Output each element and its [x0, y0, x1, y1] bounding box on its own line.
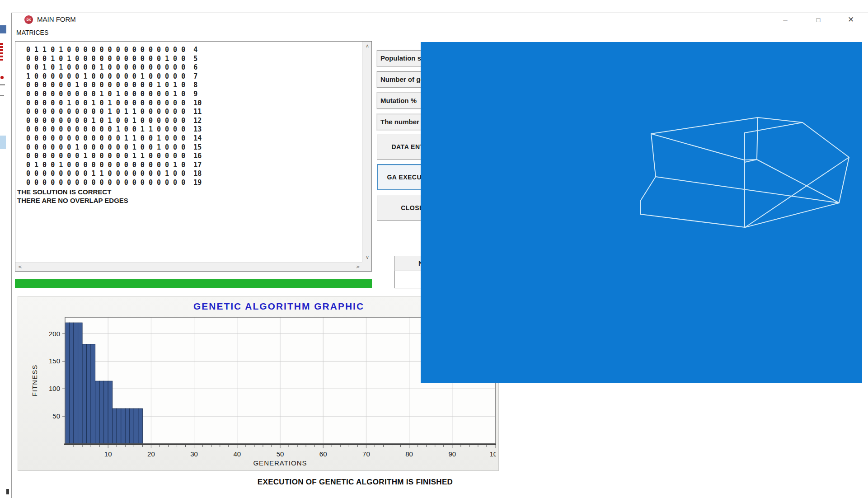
- matrix-row: 0 0 0 0 0 0 0 0 0 1 0 1 0 0 0 0 0 0 1 0 …: [15, 90, 362, 99]
- memo-message: THE SOLUTION IS CORRECT: [15, 188, 362, 197]
- svg-text:FITNESS: FITNESS: [31, 365, 38, 396]
- scroll-up-icon[interactable]: ∧: [363, 42, 372, 51]
- svg-text:50: 50: [277, 450, 284, 458]
- scroll-left-icon[interactable]: <: [15, 263, 24, 272]
- svg-text:100: 100: [49, 385, 60, 392]
- menu-item-matrices[interactable]: MATRICES: [14, 28, 50, 37]
- matrix-row: 0 0 0 0 0 1 0 0 1 0 1 0 0 0 0 0 0 0 0 0 …: [15, 99, 362, 108]
- matrix-row: 1 0 0 0 0 0 0 1 0 0 0 0 0 0 1 0 0 0 0 0 …: [15, 72, 362, 81]
- svg-text:50: 50: [52, 412, 60, 420]
- scroll-down-icon[interactable]: ∨: [363, 253, 372, 262]
- main-form-window: DX MAIN FORM – □ ✕ MATRICES 0 1 1 0 1 0 …: [11, 13, 868, 498]
- memo-content: 0 1 1 0 1 0 0 0 0 0 0 0 0 0 0 0 0 0 0 0 …: [15, 42, 362, 262]
- vertical-scrollbar[interactable]: ∧ ∨: [362, 42, 371, 262]
- matrix-row: 0 0 0 0 0 0 0 0 0 0 1 0 1 1 0 0 0 0 0 0 …: [15, 108, 362, 117]
- background-artifact: [0, 136, 6, 149]
- background-artifact: [0, 76, 4, 79]
- svg-text:20: 20: [147, 450, 155, 458]
- svg-text:40: 40: [233, 450, 241, 458]
- matrix-row: 0 0 0 0 0 0 0 0 1 0 1 0 0 1 0 0 0 0 0 0 …: [15, 117, 362, 126]
- progress-bar: [15, 279, 372, 288]
- background-artifact: [0, 25, 6, 33]
- matrix-row: 0 1 0 0 1 0 0 0 0 0 0 0 0 0 0 0 0 0 1 0 …: [15, 161, 362, 170]
- scroll-right-icon[interactable]: >: [353, 263, 362, 272]
- render-viewport: [421, 42, 862, 383]
- maximize-button[interactable]: □: [811, 14, 826, 26]
- matrix-row: 0 1 1 0 1 0 0 0 0 0 0 0 0 0 0 0 0 0 0 0 …: [15, 46, 362, 55]
- svg-text:GENERATIONS: GENERATIONS: [253, 459, 307, 467]
- svg-text:10: 10: [104, 450, 112, 458]
- matrix-row: 0 0 0 0 0 0 1 0 0 0 0 0 0 0 0 0 1 0 1 0 …: [15, 81, 362, 90]
- svg-text:200: 200: [49, 330, 60, 338]
- svg-text:80: 80: [405, 450, 413, 458]
- svg-text:30: 30: [190, 450, 198, 458]
- svg-text:90: 90: [448, 450, 456, 458]
- minimize-button[interactable]: –: [778, 14, 793, 26]
- svg-text:60: 60: [319, 450, 327, 458]
- matrix-row: 0 0 0 0 0 0 0 0 1 1 0 0 0 0 0 0 0 1 0 0 …: [15, 169, 362, 179]
- svg-text:150: 150: [49, 357, 60, 365]
- title-bar[interactable]: DX MAIN FORM – □ ✕: [12, 13, 868, 27]
- status-text: EXECUTION OF GENETIC ALGORITHM IS FINISH…: [84, 478, 626, 487]
- matrix-row: 0 0 0 0 0 0 0 0 0 0 0 1 0 0 1 1 0 0 0 0 …: [15, 125, 362, 134]
- wireframe-3d-model: [421, 42, 862, 383]
- matrix-row: 0 0 0 0 0 0 0 0 0 0 0 0 1 1 0 0 1 0 0 0 …: [15, 134, 362, 143]
- matrix-row: 0 0 0 1 0 1 0 0 0 0 0 0 0 0 0 0 0 1 0 0 …: [15, 55, 362, 64]
- svg-text:70: 70: [362, 450, 370, 458]
- background-artifact: [0, 84, 5, 85]
- matrix-output-memo[interactable]: 0 1 1 0 1 0 0 0 0 0 0 0 0 0 0 0 0 0 0 0 …: [15, 41, 372, 272]
- background-artifact: [0, 43, 3, 61]
- close-button[interactable]: ✕: [843, 14, 859, 26]
- matrix-row: 0 0 0 0 0 0 0 1 0 0 0 0 0 1 1 0 0 0 0 0 …: [15, 152, 362, 161]
- matrix-row: 0 0 1 0 1 0 0 0 0 1 0 0 0 0 0 0 0 0 0 0 …: [15, 63, 362, 72]
- background-artifact: [6, 489, 9, 494]
- app-icon: DX: [24, 15, 33, 24]
- matrix-row: 0 0 0 0 0 0 0 0 0 0 0 0 0 0 0 0 0 0 0 0 …: [15, 179, 362, 188]
- horizontal-scrollbar[interactable]: < >: [15, 262, 362, 271]
- svg-text:100: 100: [489, 450, 496, 458]
- menu-bar: MATRICES: [12, 27, 868, 38]
- window-title: MAIN FORM: [37, 15, 76, 23]
- background-artifact: [0, 95, 4, 96]
- matrix-row: 0 0 0 0 0 0 1 0 0 0 0 0 0 1 0 0 1 0 0 0 …: [15, 143, 362, 152]
- memo-message: THERE ARE NO OVERLAP EDGES: [15, 196, 362, 205]
- scrollbar-corner: [362, 262, 371, 271]
